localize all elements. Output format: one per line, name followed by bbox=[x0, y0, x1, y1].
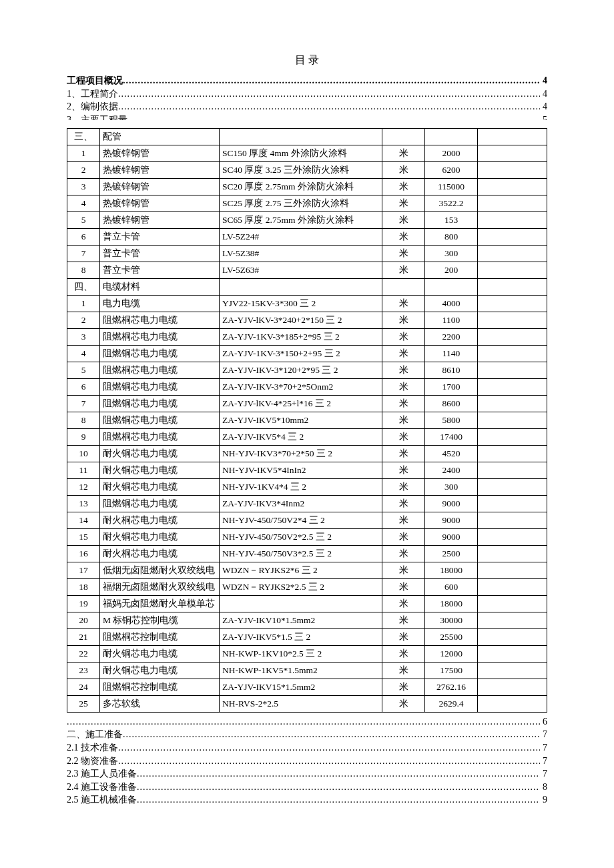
table-cell: 12000 bbox=[425, 645, 478, 662]
table-cell: ZA-YJV-IKV10*1.5mm2 bbox=[220, 612, 382, 628]
table-cell: 1 bbox=[67, 295, 100, 312]
table-cell: ZA-YJV-1KV-3*150+2+95 三 2 bbox=[220, 345, 382, 362]
table-row: 25多芯软线NH-RVS-2*2.5米2629.4 bbox=[67, 695, 547, 712]
toc-top: 工程项目概况41、工程简介42、编制依据43、主要工程量5 bbox=[67, 74, 547, 120]
table-cell bbox=[425, 128, 478, 145]
table-cell: 米 bbox=[382, 195, 425, 211]
table-row: 14耐火桐芯电力电缆NH-YJV-450/750V2*4 三 2米9000 bbox=[67, 512, 547, 528]
table-cell: 热镀锌钢管 bbox=[100, 145, 220, 161]
toc-page: 7 bbox=[540, 767, 547, 781]
table-cell bbox=[478, 228, 547, 245]
table-cell: SC25 厚度 2.75 三外涂防火涂料 bbox=[220, 195, 382, 211]
table-cell: 米 bbox=[382, 395, 425, 412]
table-cell bbox=[478, 278, 547, 295]
table-cell: 8610 bbox=[425, 362, 478, 378]
table-row: 23耐火铜芯电力电缆NH-KWP-1KV5*1.5mm2米17500 bbox=[67, 662, 547, 679]
table-cell: ZA-YJV-IKV5*4 三 2 bbox=[220, 428, 382, 445]
table-cell bbox=[478, 412, 547, 428]
table-cell: 8 bbox=[67, 262, 100, 278]
table-cell: ZA-YJV-IKV5*1.5 三 2 bbox=[220, 628, 382, 645]
toc-dots bbox=[118, 741, 540, 755]
table-cell bbox=[382, 128, 425, 145]
table-cell: ZA-YJV-lKV-4*25+l*16 三 2 bbox=[220, 395, 382, 412]
toc-page: 8 bbox=[540, 781, 547, 794]
table-cell: 热镀锌钢管 bbox=[100, 195, 220, 211]
table-cell: 2500 bbox=[425, 545, 478, 562]
table-row: 3阻燃桐芯电力电缆ZA-YJV-1KV-3*185+2*95 三 2米2200 bbox=[67, 328, 547, 345]
table-cell bbox=[478, 495, 547, 512]
table-row: 2阻燃桐芯电力电缆ZA-YJV-lKV-3*240+2*150 三 2米1100 bbox=[67, 312, 547, 328]
table-row: 4阻燃铜芯电力电缆ZA-YJV-1KV-3*150+2+95 三 2米1140 bbox=[67, 345, 547, 362]
table-cell: WDZN－RYJKS2*6 三 2 bbox=[220, 562, 382, 578]
table-cell: 300 bbox=[425, 478, 478, 495]
table-cell: 11 bbox=[67, 462, 100, 478]
table-cell bbox=[478, 612, 547, 628]
table-cell: 2 bbox=[67, 161, 100, 178]
table-cell bbox=[478, 545, 547, 562]
table-cell: 阻燃桐芯电力电缆 bbox=[100, 362, 220, 378]
table-cell: 米 bbox=[382, 612, 425, 628]
table-cell: 耐火铜芯电力电缆 bbox=[100, 478, 220, 495]
table-cell: LV-5Z24# bbox=[220, 228, 382, 245]
toc-label: 2.1 技术准备 bbox=[67, 741, 118, 755]
toc-page: 7 bbox=[540, 728, 547, 741]
table-cell: SC150 厚度 4mm 外涂防火涂料 bbox=[220, 145, 382, 161]
toc-line: 6 bbox=[67, 715, 547, 729]
toc-label: 2.2 物资准备 bbox=[67, 755, 118, 768]
table-cell: 7 bbox=[67, 395, 100, 412]
table-cell: 米 bbox=[382, 245, 425, 262]
toc-line: 2.1 技术准备7 bbox=[67, 741, 547, 755]
table-cell bbox=[478, 679, 547, 695]
table-cell: 米 bbox=[382, 512, 425, 528]
table-cell bbox=[478, 578, 547, 595]
table-cell bbox=[478, 445, 547, 462]
table-row: 4热镀锌钢管SC25 厚度 2.75 三外涂防火涂料米3522.2 bbox=[67, 195, 547, 211]
table-row: 17低烟无卤阻燃耐火双绞线电WDZN－RYJKS2*6 三 2米18000 bbox=[67, 562, 547, 578]
table-cell: 3 bbox=[67, 328, 100, 345]
toc-label: 二、施工准备 bbox=[67, 728, 123, 741]
toc-page: 4 bbox=[540, 100, 547, 113]
table-cell: 米 bbox=[382, 228, 425, 245]
table-cell: 米 bbox=[382, 445, 425, 462]
table-cell: ZA-YJV-IKV3*4Inm2 bbox=[220, 495, 382, 512]
table-cell: 热镀锌钢管 bbox=[100, 161, 220, 178]
table-cell: 三、 bbox=[67, 128, 100, 145]
table-cell: 热镀锌钢管 bbox=[100, 178, 220, 195]
table-cell: 米 bbox=[382, 545, 425, 562]
table-cell: M 标铜芯控制电缆 bbox=[100, 612, 220, 628]
table-cell bbox=[478, 262, 547, 278]
table-cell: 电力电缆 bbox=[100, 295, 220, 312]
table-cell: 3 bbox=[67, 178, 100, 195]
table-cell: 米 bbox=[382, 478, 425, 495]
table-cell: 6 bbox=[67, 228, 100, 245]
table-cell: 30000 bbox=[425, 612, 478, 628]
table-row: 7普立卡管LV-5Z38#米300 bbox=[67, 245, 547, 262]
table-cell: 300 bbox=[425, 245, 478, 262]
table-cell bbox=[478, 662, 547, 679]
table-row: 6阻燃铜芯电力电缆ZA-YJV-IKV-3*70+2*5Onm2米1700 bbox=[67, 378, 547, 395]
table-cell bbox=[478, 462, 547, 478]
table-cell: 米 bbox=[382, 328, 425, 345]
table-cell: 米 bbox=[382, 262, 425, 278]
table-cell: 米 bbox=[382, 378, 425, 395]
table-cell: 1 bbox=[67, 145, 100, 161]
table-cell: 9000 bbox=[425, 528, 478, 545]
table-cell bbox=[478, 295, 547, 312]
table-cell: 普立卡管 bbox=[100, 262, 220, 278]
table-row: 5热镀锌钢管SC65 厚度 2.75mm 外涂防火涂料米153 bbox=[67, 211, 547, 228]
table-cell: 2 bbox=[67, 312, 100, 328]
table-cell: 2200 bbox=[425, 328, 478, 345]
table-cell bbox=[478, 595, 547, 612]
table-cell bbox=[478, 312, 547, 328]
table-cell: 耐火铜芯电力电缆 bbox=[100, 662, 220, 679]
table-row: 19福妈无卤阻燃耐火单模单芯米18000 bbox=[67, 595, 547, 612]
table-cell: 18000 bbox=[425, 595, 478, 612]
table-cell bbox=[478, 378, 547, 395]
table-cell: 米 bbox=[382, 211, 425, 228]
table-cell bbox=[478, 628, 547, 645]
table-cell: 6 bbox=[67, 378, 100, 395]
table-cell bbox=[478, 145, 547, 161]
table-cell: 17500 bbox=[425, 662, 478, 679]
toc-label: 2.4 施工设备准备 bbox=[67, 781, 137, 794]
table-cell: 电缆材料 bbox=[100, 278, 220, 295]
